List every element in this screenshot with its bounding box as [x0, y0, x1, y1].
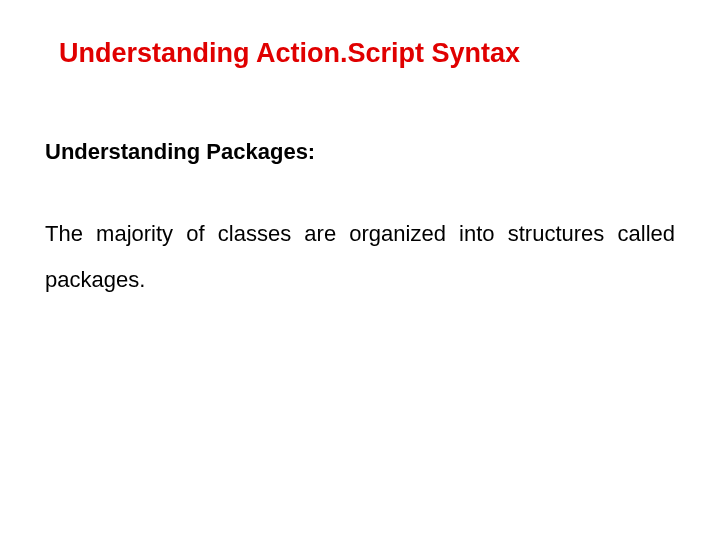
slide-body-text: The majority of classes are organized in…	[45, 211, 675, 303]
slide-title: Understanding Action.Script Syntax	[59, 38, 675, 69]
slide-subtitle: Understanding Packages:	[45, 139, 675, 165]
